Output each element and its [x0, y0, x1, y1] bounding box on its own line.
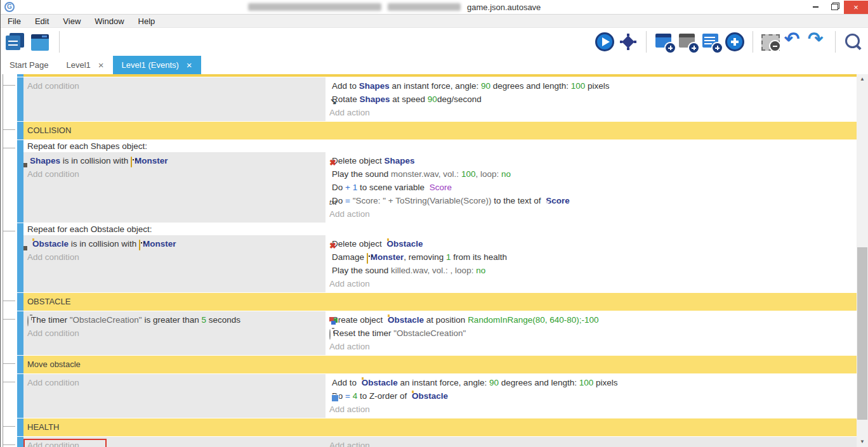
scrollbar-thumb[interactable]: [857, 247, 867, 420]
menu-window[interactable]: Window: [88, 16, 131, 26]
tree-connector: [1, 223, 17, 292]
add-event-icon[interactable]: [655, 32, 674, 51]
action-line[interactable]: Play the sound killed.wav, vol.: , loop:…: [326, 264, 857, 277]
tab-level1[interactable]: Level1 ×: [57, 56, 112, 74]
foreach-header[interactable]: Repeat for each Shapes object:: [23, 140, 857, 152]
action-line[interactable]: Delete object Shapes: [326, 154, 857, 167]
project-manager-icon[interactable]: [6, 33, 25, 51]
plus-badge-icon: [689, 43, 699, 53]
vertical-scrollbar[interactable]: ▲ ▼: [857, 74, 868, 447]
action-line[interactable]: Do = 4 to Z-order of Obstacle: [326, 389, 857, 403]
toolbar-separator: [646, 31, 647, 53]
add-action-button[interactable]: Add action: [326, 403, 857, 416]
menu-help[interactable]: Help: [131, 16, 162, 26]
event-row: Repeat for each Obstacle object:Obstacle…: [1, 223, 857, 292]
add-subevent-icon[interactable]: [678, 32, 697, 51]
group-header[interactable]: HEALTH: [23, 418, 857, 436]
add-condition-button[interactable]: Add condition: [23, 439, 326, 447]
toolbar-left: [6, 31, 63, 53]
tree-connector: [1, 356, 17, 373]
add-condition-button[interactable]: Add condition: [23, 167, 326, 181]
close-button[interactable]: ×: [844, 1, 868, 14]
tab-label: Start Page: [10, 60, 48, 70]
condition-line[interactable]: Obstacle is in collision with Monster: [23, 237, 326, 250]
add-action-button[interactable]: Add action: [326, 340, 857, 353]
group-handle[interactable]: [17, 418, 23, 436]
add-action-button[interactable]: Add action: [326, 207, 857, 221]
action-line[interactable]: Play the sound monster.wav, vol.: 100, l…: [326, 167, 857, 181]
event-block: Repeat for each Shapes object:Shapes is …: [23, 140, 857, 223]
add-action-button[interactable]: Add action: [326, 439, 857, 447]
group-handle[interactable]: [17, 356, 23, 373]
minimize-button[interactable]: [806, 1, 825, 14]
add-action-button[interactable]: Add action: [326, 106, 857, 119]
action-line[interactable]: Damage Monster, removing 1 from its heal…: [326, 250, 857, 264]
menu-edit[interactable]: Edit: [28, 16, 56, 26]
timer-icon: [329, 329, 331, 340]
action-line[interactable]: Add to Shapes an instant force, angle: 9…: [326, 79, 857, 93]
tree-connector: [1, 77, 17, 121]
event-body: The timer "ObstacleCreation" is greater …: [23, 311, 857, 355]
foreach-header[interactable]: Repeat for each Obstacle object:: [23, 223, 857, 235]
action-line[interactable]: Rotate Shapes at speed 90deg/second: [326, 93, 857, 106]
play-icon[interactable]: [595, 32, 614, 51]
action-line[interactable]: Do + 1 to scene variable Score: [326, 181, 857, 194]
action-line[interactable]: Do = "Score: " + ToString(Variable(Score…: [326, 194, 857, 207]
undo-icon[interactable]: [784, 32, 803, 51]
condition-line[interactable]: The timer "ObstacleCreation" is greater …: [23, 313, 326, 327]
event-body: Obstacle is in collision with MonsterAdd…: [23, 235, 857, 292]
group-header[interactable]: COLLISION: [23, 122, 857, 139]
group-header[interactable]: Move obstacle: [23, 356, 857, 373]
tab-close-icon[interactable]: ×: [187, 60, 192, 70]
conditions-cell: Add condition: [23, 437, 326, 447]
condition-line[interactable]: Shapes is in collision with Monster: [23, 154, 326, 167]
add-condition-button[interactable]: Add condition: [23, 376, 326, 389]
search-icon[interactable]: [844, 32, 863, 51]
event-block: Add conditionAdd to Shapes an instant fo…: [23, 77, 857, 121]
action-line[interactable]: Reset the timer "ObstacleCreation": [326, 327, 857, 340]
tab-level1-events[interactable]: Level1 (Events) ×: [113, 56, 201, 74]
tab-close-icon[interactable]: ×: [98, 60, 104, 70]
event-group-row: OBSTACLE: [1, 293, 857, 311]
conditions-cell: Add condition: [23, 77, 326, 121]
action-line[interactable]: Delete object Obstacle: [326, 237, 857, 250]
redo-icon[interactable]: [808, 32, 827, 51]
action-line[interactable]: Create object Obstacle at position Rando…: [326, 313, 857, 327]
add-circle-icon[interactable]: [725, 32, 744, 51]
event-handle[interactable]: [17, 140, 23, 223]
menu-file[interactable]: File: [1, 16, 28, 26]
tab-label: Level1 (Events): [122, 60, 179, 70]
tree-connector: [1, 418, 17, 436]
add-condition-button[interactable]: Add condition: [23, 250, 326, 264]
event-body: Add conditionAdd action: [23, 437, 857, 447]
event-handle[interactable]: [17, 437, 23, 447]
scroll-down-icon[interactable]: ▼: [857, 437, 868, 447]
title-bar: G game.json.autosave ×: [1, 0, 868, 14]
scene-editor-icon[interactable]: [31, 34, 49, 51]
event-handle[interactable]: [17, 223, 23, 292]
action-line[interactable]: Add to Obstacle an instant force, angle:…: [326, 376, 857, 389]
add-action-button[interactable]: Add action: [326, 277, 857, 290]
tab-label: Level1: [66, 60, 90, 70]
event-handle[interactable]: [17, 311, 23, 355]
add-comment-icon[interactable]: [702, 32, 721, 51]
tab-start-page[interactable]: Start Page: [1, 56, 57, 74]
add-condition-button[interactable]: Add condition: [23, 327, 326, 340]
redacted-title-text: [248, 3, 381, 11]
group-header[interactable]: OBSTACLE: [23, 293, 857, 311]
group-handle[interactable]: [17, 293, 23, 311]
group-handle[interactable]: [17, 122, 23, 139]
restore-button[interactable]: [825, 1, 844, 14]
add-condition-button[interactable]: Add condition: [23, 79, 326, 93]
event-row: Add conditionAdd to Obstacle an instant …: [1, 374, 857, 418]
event-handle[interactable]: [17, 77, 23, 121]
scroll-up-icon[interactable]: ▲: [857, 74, 868, 84]
event-handle[interactable]: [17, 374, 23, 418]
tree-connector: [1, 293, 17, 311]
monster-icon: [367, 253, 368, 264]
tree-connector: [1, 140, 17, 223]
debug-icon[interactable]: [619, 32, 638, 51]
menu-view[interactable]: View: [56, 16, 88, 26]
redacted-title-text: [388, 3, 461, 11]
remove-frame-icon[interactable]: [761, 34, 780, 51]
